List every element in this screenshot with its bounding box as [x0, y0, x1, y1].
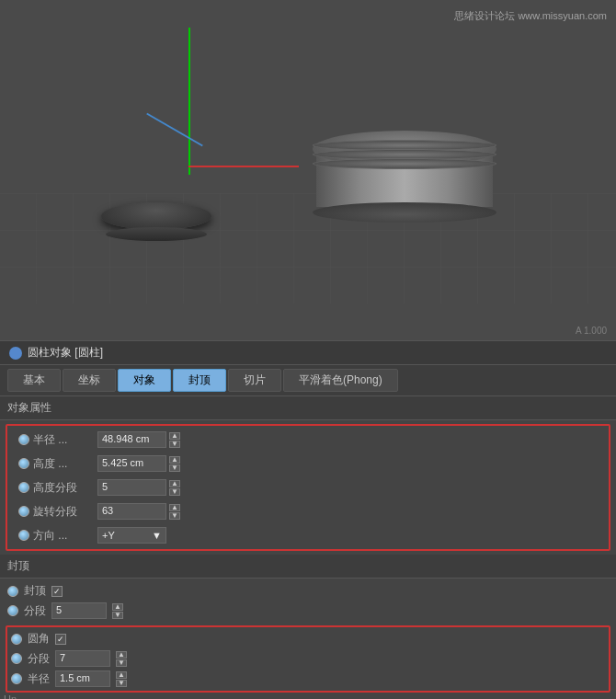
- height-up[interactable]: ▲: [169, 456, 180, 464]
- fillet-seg-radio[interactable]: [11, 653, 22, 664]
- fillet-radius-radio[interactable]: [11, 673, 22, 684]
- cap-section-title: 封顶: [0, 555, 616, 579]
- height-row: 高度 ... 5.425 cm ▲ ▼: [11, 452, 605, 476]
- fillet-radio[interactable]: [11, 634, 22, 645]
- cap-seg-down[interactable]: ▼: [112, 612, 123, 619]
- fillet-seg-up[interactable]: ▲: [116, 651, 127, 659]
- tab-coords[interactable]: 坐标: [63, 369, 116, 392]
- fillet-checkbox[interactable]: ✓: [55, 634, 66, 645]
- tab-basic[interactable]: 基本: [7, 369, 61, 392]
- direction-label: 方向 ...: [33, 528, 97, 544]
- cylinder-object: [313, 131, 496, 223]
- radius-input[interactable]: 48.948 cm: [97, 431, 166, 448]
- cap-seg-spinner[interactable]: ▲ ▼: [112, 603, 123, 619]
- cap-top-radio[interactable]: [7, 586, 18, 597]
- cap-section: 封顶 ✓ 分段 5 ▲ ▼: [0, 579, 616, 624]
- direction-row: 方向 ... +Y ▼: [11, 523, 605, 547]
- fillet-row: 圆角 ✓: [11, 629, 605, 648]
- fillet-radius-row: 半径 1.5 cm ▲ ▼: [11, 669, 605, 689]
- object-properties-box: 半径 ... 48.948 cm ▲ ▼ 高度 ... 5.425 cm ▲: [6, 424, 610, 551]
- direction-radio[interactable]: [18, 530, 29, 541]
- cap-top-checkbox[interactable]: ✓: [51, 586, 63, 597]
- height-seg-radio[interactable]: [18, 482, 29, 493]
- properties-panel: 圆柱对象 [圆柱] 基本 坐标 对象 封顶 切片 平滑着色(Phong) 对象属…: [0, 340, 616, 699]
- fillet-seg-input[interactable]: 7: [55, 650, 110, 667]
- dropdown-arrow: ▼: [152, 530, 162, 541]
- fillet-radius-input[interactable]: 1.5 cm: [55, 670, 110, 687]
- height-spinner[interactable]: ▲ ▼: [169, 456, 180, 472]
- tabs-row: 基本 坐标 对象 封顶 切片 平滑着色(Phong): [0, 365, 616, 396]
- title-bar: 圆柱对象 [圆柱]: [0, 341, 616, 365]
- rot-seg-spinner[interactable]: ▲ ▼: [169, 504, 180, 520]
- undo-text: Un: [4, 693, 17, 699]
- corner-label: A 1.000: [576, 326, 607, 336]
- rot-seg-input[interactable]: 63: [97, 503, 166, 520]
- radius-row: 半径 ... 48.948 cm ▲ ▼: [11, 428, 605, 452]
- direction-dropdown[interactable]: +Y ▼: [97, 527, 166, 544]
- cap-top-label: 封顶: [24, 583, 46, 599]
- fillet-radius-spinner[interactable]: ▲ ▼: [116, 671, 127, 687]
- fillet-box: 圆角 ✓ 分段 7 ▲ ▼ 半径 1.5 cm ▲ ▼: [6, 625, 610, 693]
- cylinder-icon: [9, 347, 22, 360]
- watermark: 思绪设计论坛 www.missyuan.com: [454, 9, 607, 23]
- cap-seg-input[interactable]: 5: [51, 602, 107, 619]
- thread-ring-3: [313, 158, 496, 169]
- fillet-seg-down[interactable]: ▼: [116, 659, 127, 667]
- height-input[interactable]: 5.425 cm: [97, 455, 166, 472]
- height-radio[interactable]: [18, 458, 29, 469]
- fillet-radius-down[interactable]: ▼: [116, 680, 127, 687]
- cap-seg-label: 分段: [24, 603, 46, 619]
- grid-floor: [0, 193, 616, 304]
- fillet-label: 圆角: [28, 631, 50, 647]
- radius-down[interactable]: ▼: [169, 441, 180, 448]
- axis-z: [146, 113, 203, 147]
- tab-object[interactable]: 对象: [118, 369, 171, 392]
- radius-up[interactable]: ▲: [169, 432, 180, 440]
- fillet-seg-label: 分段: [28, 651, 50, 667]
- radius-radio[interactable]: [18, 434, 29, 445]
- tab-cap[interactable]: 封顶: [173, 369, 226, 392]
- fillet-seg-row: 分段 7 ▲ ▼: [11, 648, 605, 669]
- radius-spinner[interactable]: ▲ ▼: [169, 432, 180, 448]
- radius-label: 半径 ...: [33, 432, 97, 448]
- cap-top-row: 封顶 ✓: [7, 581, 609, 601]
- axis-y: [188, 28, 190, 175]
- height-seg-down[interactable]: ▼: [169, 488, 180, 496]
- rot-seg-down[interactable]: ▼: [169, 512, 180, 520]
- height-seg-spinner[interactable]: ▲ ▼: [169, 480, 180, 496]
- height-seg-label: 高度分段: [33, 480, 97, 496]
- object-title: 圆柱对象 [圆柱]: [28, 345, 103, 361]
- rot-seg-label: 旋转分段: [33, 504, 97, 520]
- rot-seg-up[interactable]: ▲: [169, 504, 180, 511]
- height-down[interactable]: ▼: [169, 464, 180, 472]
- rot-seg-row: 旋转分段 63 ▲ ▼: [11, 499, 605, 523]
- fillet-seg-spinner[interactable]: ▲ ▼: [116, 651, 127, 667]
- object-properties-title: 对象属性: [0, 396, 616, 420]
- tab-slice[interactable]: 切片: [228, 369, 281, 392]
- flat-disk-object: [101, 202, 211, 230]
- height-seg-row: 高度分段 5 ▲ ▼: [11, 476, 605, 499]
- height-seg-input[interactable]: 5: [97, 479, 166, 496]
- cap-seg-row: 分段 5 ▲ ▼: [7, 601, 609, 621]
- direction-value: +Y: [102, 530, 115, 541]
- height-seg-up[interactable]: ▲: [169, 480, 180, 487]
- rot-seg-radio[interactable]: [18, 506, 29, 517]
- cap-seg-up[interactable]: ▲: [112, 603, 123, 611]
- cap-seg-radio[interactable]: [7, 605, 18, 616]
- height-label: 高度 ...: [33, 456, 97, 472]
- 3d-viewport[interactable]: 思绪设计论坛 www.missyuan.com A 1.000: [0, 0, 616, 340]
- tab-phong[interactable]: 平滑着色(Phong): [283, 369, 398, 392]
- axis-x: [188, 166, 299, 167]
- fillet-radius-label: 半径: [28, 671, 50, 687]
- fillet-radius-up[interactable]: ▲: [116, 671, 127, 679]
- cylinder-bottom: [313, 202, 496, 223]
